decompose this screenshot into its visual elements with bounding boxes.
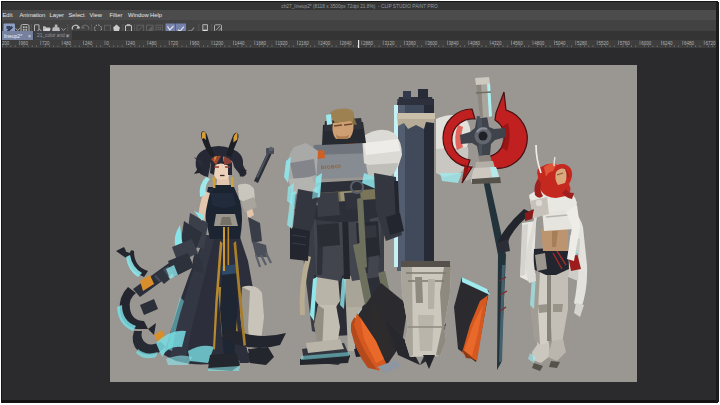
svg-text:4080: 4080 [470, 41, 481, 46]
svg-text:6240: 6240 [663, 41, 674, 46]
svg-text:2640: 2640 [342, 41, 353, 46]
svg-text:4800: 4800 [534, 41, 545, 46]
svg-text:2160: 2160 [299, 41, 310, 46]
svg-text:BIGBOI: BIGBOI [321, 163, 342, 170]
svg-text:960: 960 [192, 41, 200, 46]
svg-text:5280: 5280 [577, 41, 588, 46]
svg-text:480: 480 [63, 41, 71, 46]
svg-text:4560: 4560 [513, 41, 524, 46]
svg-text:3840: 3840 [449, 41, 460, 46]
svg-text:4320: 4320 [491, 41, 502, 46]
svg-text:2400: 2400 [320, 41, 331, 46]
svg-text:1200: 1200 [213, 41, 224, 46]
svg-text:240: 240 [85, 41, 93, 46]
svg-text:720: 720 [42, 41, 50, 46]
svg-text:480: 480 [149, 41, 157, 46]
svg-text:5040: 5040 [556, 41, 567, 46]
svg-text:3360: 3360 [406, 41, 417, 46]
svg-text:0: 0 [106, 41, 109, 46]
svg-text:1920: 1920 [277, 41, 288, 46]
svg-text:3600: 3600 [427, 41, 438, 46]
svg-text:6480: 6480 [684, 41, 695, 46]
svg-text:240: 240 [128, 41, 136, 46]
svg-text:2880: 2880 [363, 41, 374, 46]
svg-text:5520: 5520 [598, 41, 609, 46]
svg-text:6720: 6720 [705, 41, 716, 46]
svg-text:1440: 1440 [235, 41, 246, 46]
svg-text:5760: 5760 [620, 41, 631, 46]
svg-text:960: 960 [21, 41, 29, 46]
svg-text:720: 720 [170, 41, 178, 46]
svg-text:1200: 1200 [2, 41, 10, 46]
svg-text:1680: 1680 [256, 41, 267, 46]
svg-text:6000: 6000 [641, 41, 652, 46]
svg-text:3120: 3120 [384, 41, 395, 46]
